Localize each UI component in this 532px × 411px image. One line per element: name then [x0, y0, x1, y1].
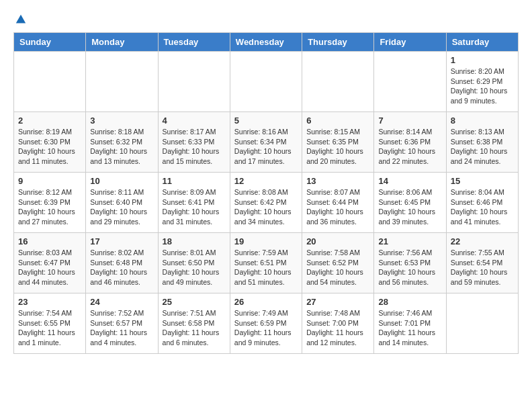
calendar-week-1: 1Sunrise: 8:20 AM Sunset: 6:29 PM Daylig… — [14, 52, 519, 112]
calendar-cell: 1Sunrise: 8:20 AM Sunset: 6:29 PM Daylig… — [446, 52, 518, 112]
logo-icon — [15, 13, 27, 26]
day-number: 18 — [163, 236, 226, 246]
calendar-cell: 18Sunrise: 8:01 AM Sunset: 6:50 PM Dayli… — [158, 233, 230, 293]
calendar-cell: 3Sunrise: 8:18 AM Sunset: 6:32 PM Daylig… — [86, 112, 158, 173]
calendar-cell: 14Sunrise: 8:06 AM Sunset: 6:45 PM Dayli… — [374, 173, 446, 233]
day-number: 15 — [451, 176, 514, 186]
calendar-cell: 19Sunrise: 7:59 AM Sunset: 6:51 PM Dayli… — [230, 233, 302, 293]
day-number: 3 — [90, 116, 153, 126]
day-info: Sunrise: 8:17 AM Sunset: 6:33 PM Dayligh… — [163, 127, 226, 167]
calendar-cell: 11Sunrise: 8:09 AM Sunset: 6:41 PM Dayli… — [158, 173, 230, 233]
day-info: Sunrise: 8:08 AM Sunset: 6:42 PM Dayligh… — [234, 187, 298, 227]
day-number: 26 — [234, 297, 298, 307]
calendar-cell — [14, 52, 86, 112]
calendar-cell: 15Sunrise: 8:04 AM Sunset: 6:46 PM Dayli… — [446, 173, 518, 233]
calendar-cell: 6Sunrise: 8:15 AM Sunset: 6:35 PM Daylig… — [302, 112, 374, 173]
day-info: Sunrise: 7:46 AM Sunset: 7:01 PM Dayligh… — [378, 308, 441, 348]
calendar-week-2: 2Sunrise: 8:19 AM Sunset: 6:30 PM Daylig… — [14, 112, 519, 173]
day-info: Sunrise: 8:07 AM Sunset: 6:44 PM Dayligh… — [306, 187, 369, 227]
svg-marker-0 — [16, 15, 26, 24]
day-number: 24 — [90, 297, 153, 307]
day-info: Sunrise: 8:11 AM Sunset: 6:40 PM Dayligh… — [90, 187, 153, 227]
calendar-cell: 7Sunrise: 8:14 AM Sunset: 6:36 PM Daylig… — [374, 112, 446, 173]
calendar-cell — [230, 52, 302, 112]
day-info: Sunrise: 7:51 AM Sunset: 6:58 PM Dayligh… — [163, 308, 226, 348]
day-number: 13 — [306, 176, 369, 186]
calendar-cell: 26Sunrise: 7:49 AM Sunset: 6:59 PM Dayli… — [230, 293, 302, 354]
calendar-header-wednesday: Wednesday — [230, 33, 302, 52]
calendar-cell — [302, 52, 374, 112]
calendar-header-friday: Friday — [374, 33, 446, 52]
day-info: Sunrise: 8:03 AM Sunset: 6:47 PM Dayligh… — [18, 248, 81, 287]
day-info: Sunrise: 7:49 AM Sunset: 6:59 PM Dayligh… — [234, 308, 298, 348]
day-info: Sunrise: 7:54 AM Sunset: 6:55 PM Dayligh… — [18, 308, 81, 348]
calendar-cell: 27Sunrise: 7:48 AM Sunset: 7:00 PM Dayli… — [302, 293, 374, 354]
day-info: Sunrise: 8:14 AM Sunset: 6:36 PM Dayligh… — [378, 127, 441, 167]
calendar-cell: 16Sunrise: 8:03 AM Sunset: 6:47 PM Dayli… — [14, 233, 86, 293]
day-info: Sunrise: 8:01 AM Sunset: 6:50 PM Dayligh… — [163, 248, 226, 287]
calendar-cell: 8Sunrise: 8:13 AM Sunset: 6:38 PM Daylig… — [446, 112, 518, 173]
calendar-header-monday: Monday — [86, 33, 158, 52]
day-info: Sunrise: 7:52 AM Sunset: 6:57 PM Dayligh… — [90, 308, 153, 348]
day-number: 10 — [90, 176, 153, 186]
day-info: Sunrise: 7:59 AM Sunset: 6:51 PM Dayligh… — [234, 248, 298, 287]
day-info: Sunrise: 8:19 AM Sunset: 6:30 PM Dayligh… — [18, 127, 81, 167]
day-info: Sunrise: 8:09 AM Sunset: 6:41 PM Dayligh… — [163, 187, 226, 227]
day-info: Sunrise: 8:20 AM Sunset: 6:29 PM Dayligh… — [451, 66, 514, 106]
day-info: Sunrise: 8:02 AM Sunset: 6:48 PM Dayligh… — [90, 248, 153, 287]
day-info: Sunrise: 8:06 AM Sunset: 6:45 PM Dayligh… — [378, 187, 441, 227]
calendar-cell: 28Sunrise: 7:46 AM Sunset: 7:01 PM Dayli… — [374, 293, 446, 354]
logo — [13, 13, 27, 26]
day-info: Sunrise: 7:55 AM Sunset: 6:54 PM Dayligh… — [451, 248, 514, 287]
day-number: 4 — [163, 116, 226, 126]
day-info: Sunrise: 8:18 AM Sunset: 6:32 PM Dayligh… — [90, 127, 153, 167]
calendar-week-5: 23Sunrise: 7:54 AM Sunset: 6:55 PM Dayli… — [14, 293, 519, 354]
day-number: 2 — [18, 116, 81, 126]
calendar-table: SundayMondayTuesdayWednesdayThursdayFrid… — [13, 32, 519, 354]
day-number: 1 — [451, 55, 514, 65]
calendar-header-thursday: Thursday — [302, 33, 374, 52]
day-number: 14 — [378, 176, 441, 186]
calendar-header-sunday: Sunday — [14, 33, 86, 52]
calendar-body: 1Sunrise: 8:20 AM Sunset: 6:29 PM Daylig… — [14, 52, 519, 354]
calendar-week-4: 16Sunrise: 8:03 AM Sunset: 6:47 PM Dayli… — [14, 233, 519, 293]
calendar-cell: 21Sunrise: 7:56 AM Sunset: 6:53 PM Dayli… — [374, 233, 446, 293]
calendar-week-3: 9Sunrise: 8:12 AM Sunset: 6:39 PM Daylig… — [14, 173, 519, 233]
calendar-cell — [446, 293, 518, 354]
calendar-cell: 12Sunrise: 8:08 AM Sunset: 6:42 PM Dayli… — [230, 173, 302, 233]
calendar-cell: 5Sunrise: 8:16 AM Sunset: 6:34 PM Daylig… — [230, 112, 302, 173]
day-number: 21 — [378, 236, 441, 246]
day-info: Sunrise: 7:48 AM Sunset: 7:00 PM Dayligh… — [306, 308, 369, 348]
day-number: 27 — [306, 297, 369, 307]
day-number: 8 — [451, 116, 514, 126]
day-number: 19 — [234, 236, 298, 246]
day-number: 7 — [378, 116, 441, 126]
day-info: Sunrise: 8:15 AM Sunset: 6:35 PM Dayligh… — [306, 127, 369, 167]
calendar-cell: 13Sunrise: 8:07 AM Sunset: 6:44 PM Dayli… — [302, 173, 374, 233]
calendar-cell: 17Sunrise: 8:02 AM Sunset: 6:48 PM Dayli… — [86, 233, 158, 293]
page-header — [13, 13, 519, 26]
calendar-cell: 23Sunrise: 7:54 AM Sunset: 6:55 PM Dayli… — [14, 293, 86, 354]
calendar-cell — [374, 52, 446, 112]
day-number: 11 — [163, 176, 226, 186]
day-number: 16 — [18, 236, 81, 246]
day-info: Sunrise: 7:56 AM Sunset: 6:53 PM Dayligh… — [378, 248, 441, 287]
calendar-cell: 10Sunrise: 8:11 AM Sunset: 6:40 PM Dayli… — [86, 173, 158, 233]
calendar-cell: 9Sunrise: 8:12 AM Sunset: 6:39 PM Daylig… — [14, 173, 86, 233]
day-number: 9 — [18, 176, 81, 186]
calendar-cell: 2Sunrise: 8:19 AM Sunset: 6:30 PM Daylig… — [14, 112, 86, 173]
day-info: Sunrise: 7:58 AM Sunset: 6:52 PM Dayligh… — [306, 248, 369, 287]
day-info: Sunrise: 8:12 AM Sunset: 6:39 PM Dayligh… — [18, 187, 81, 227]
day-number: 25 — [163, 297, 226, 307]
day-number: 12 — [234, 176, 298, 186]
calendar-header-saturday: Saturday — [446, 33, 518, 52]
calendar-cell: 24Sunrise: 7:52 AM Sunset: 6:57 PM Dayli… — [86, 293, 158, 354]
day-number: 22 — [451, 236, 514, 246]
calendar-cell: 4Sunrise: 8:17 AM Sunset: 6:33 PM Daylig… — [158, 112, 230, 173]
calendar-header-row: SundayMondayTuesdayWednesdayThursdayFrid… — [14, 33, 519, 52]
day-info: Sunrise: 8:04 AM Sunset: 6:46 PM Dayligh… — [451, 187, 514, 227]
calendar-cell: 20Sunrise: 7:58 AM Sunset: 6:52 PM Dayli… — [302, 233, 374, 293]
calendar-cell: 22Sunrise: 7:55 AM Sunset: 6:54 PM Dayli… — [446, 233, 518, 293]
calendar-cell — [158, 52, 230, 112]
day-info: Sunrise: 8:16 AM Sunset: 6:34 PM Dayligh… — [234, 127, 298, 167]
